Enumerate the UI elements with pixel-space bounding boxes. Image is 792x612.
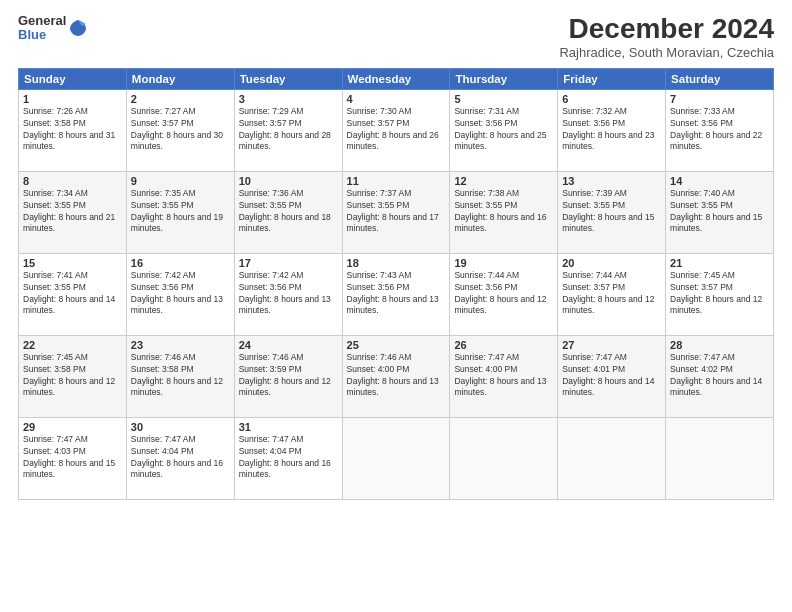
header-monday: Monday — [126, 68, 234, 89]
title-block: December 2024 Rajhradice, South Moravian… — [559, 14, 774, 60]
cell-content: Sunrise: 7:42 AMSunset: 3:56 PMDaylight:… — [239, 270, 331, 316]
cell-content: Sunrise: 7:29 AMSunset: 3:57 PMDaylight:… — [239, 106, 331, 152]
cell-content: Sunrise: 7:47 AMSunset: 4:04 PMDaylight:… — [239, 434, 331, 480]
page: General Blue December 2024 Rajhradice, S… — [0, 0, 792, 612]
calendar-header-row: SundayMondayTuesdayWednesdayThursdayFrid… — [19, 68, 774, 89]
cell-content: Sunrise: 7:46 AMSunset: 4:00 PMDaylight:… — [347, 352, 439, 398]
calendar-cell: 5Sunrise: 7:31 AMSunset: 3:56 PMDaylight… — [450, 89, 558, 171]
day-number: 14 — [670, 175, 769, 187]
calendar-cell: 11Sunrise: 7:37 AMSunset: 3:55 PMDayligh… — [342, 171, 450, 253]
day-number: 25 — [347, 339, 446, 351]
calendar-cell: 30Sunrise: 7:47 AMSunset: 4:04 PMDayligh… — [126, 417, 234, 499]
cell-content: Sunrise: 7:36 AMSunset: 3:55 PMDaylight:… — [239, 188, 331, 234]
cell-content: Sunrise: 7:44 AMSunset: 3:57 PMDaylight:… — [562, 270, 654, 316]
cell-content: Sunrise: 7:47 AMSunset: 4:01 PMDaylight:… — [562, 352, 654, 398]
day-number: 28 — [670, 339, 769, 351]
calendar-cell — [450, 417, 558, 499]
day-number: 10 — [239, 175, 338, 187]
week-row-2: 8Sunrise: 7:34 AMSunset: 3:55 PMDaylight… — [19, 171, 774, 253]
day-number: 26 — [454, 339, 553, 351]
cell-content: Sunrise: 7:37 AMSunset: 3:55 PMDaylight:… — [347, 188, 439, 234]
header-tuesday: Tuesday — [234, 68, 342, 89]
cell-content: Sunrise: 7:31 AMSunset: 3:56 PMDaylight:… — [454, 106, 546, 152]
cell-content: Sunrise: 7:43 AMSunset: 3:56 PMDaylight:… — [347, 270, 439, 316]
day-number: 15 — [23, 257, 122, 269]
calendar-cell: 22Sunrise: 7:45 AMSunset: 3:58 PMDayligh… — [19, 335, 127, 417]
cell-content: Sunrise: 7:47 AMSunset: 4:03 PMDaylight:… — [23, 434, 115, 480]
day-number: 7 — [670, 93, 769, 105]
day-number: 1 — [23, 93, 122, 105]
calendar-cell: 29Sunrise: 7:47 AMSunset: 4:03 PMDayligh… — [19, 417, 127, 499]
day-number: 29 — [23, 421, 122, 433]
header-saturday: Saturday — [666, 68, 774, 89]
cell-content: Sunrise: 7:40 AMSunset: 3:55 PMDaylight:… — [670, 188, 762, 234]
day-number: 24 — [239, 339, 338, 351]
cell-content: Sunrise: 7:35 AMSunset: 3:55 PMDaylight:… — [131, 188, 223, 234]
day-number: 31 — [239, 421, 338, 433]
logo-bird-icon — [69, 18, 87, 38]
calendar-cell: 7Sunrise: 7:33 AMSunset: 3:56 PMDaylight… — [666, 89, 774, 171]
calendar-cell: 24Sunrise: 7:46 AMSunset: 3:59 PMDayligh… — [234, 335, 342, 417]
calendar-cell: 8Sunrise: 7:34 AMSunset: 3:55 PMDaylight… — [19, 171, 127, 253]
calendar-cell: 6Sunrise: 7:32 AMSunset: 3:56 PMDaylight… — [558, 89, 666, 171]
calendar-cell: 31Sunrise: 7:47 AMSunset: 4:04 PMDayligh… — [234, 417, 342, 499]
cell-content: Sunrise: 7:47 AMSunset: 4:00 PMDaylight:… — [454, 352, 546, 398]
day-number: 3 — [239, 93, 338, 105]
cell-content: Sunrise: 7:26 AMSunset: 3:58 PMDaylight:… — [23, 106, 115, 152]
header: General Blue December 2024 Rajhradice, S… — [18, 14, 774, 60]
cell-content: Sunrise: 7:46 AMSunset: 3:59 PMDaylight:… — [239, 352, 331, 398]
calendar-cell: 15Sunrise: 7:41 AMSunset: 3:55 PMDayligh… — [19, 253, 127, 335]
logo-line1: General — [18, 14, 66, 28]
calendar-cell — [342, 417, 450, 499]
week-row-3: 15Sunrise: 7:41 AMSunset: 3:55 PMDayligh… — [19, 253, 774, 335]
calendar-cell: 23Sunrise: 7:46 AMSunset: 3:58 PMDayligh… — [126, 335, 234, 417]
calendar-cell: 18Sunrise: 7:43 AMSunset: 3:56 PMDayligh… — [342, 253, 450, 335]
calendar-cell: 10Sunrise: 7:36 AMSunset: 3:55 PMDayligh… — [234, 171, 342, 253]
logo: General Blue — [18, 14, 87, 43]
calendar-cell: 13Sunrise: 7:39 AMSunset: 3:55 PMDayligh… — [558, 171, 666, 253]
calendar-cell: 14Sunrise: 7:40 AMSunset: 3:55 PMDayligh… — [666, 171, 774, 253]
calendar-cell: 20Sunrise: 7:44 AMSunset: 3:57 PMDayligh… — [558, 253, 666, 335]
cell-content: Sunrise: 7:33 AMSunset: 3:56 PMDaylight:… — [670, 106, 762, 152]
cell-content: Sunrise: 7:30 AMSunset: 3:57 PMDaylight:… — [347, 106, 439, 152]
header-wednesday: Wednesday — [342, 68, 450, 89]
calendar-cell — [666, 417, 774, 499]
calendar-cell: 1Sunrise: 7:26 AMSunset: 3:58 PMDaylight… — [19, 89, 127, 171]
day-number: 22 — [23, 339, 122, 351]
calendar-cell: 12Sunrise: 7:38 AMSunset: 3:55 PMDayligh… — [450, 171, 558, 253]
cell-content: Sunrise: 7:32 AMSunset: 3:56 PMDaylight:… — [562, 106, 654, 152]
calendar-cell: 9Sunrise: 7:35 AMSunset: 3:55 PMDaylight… — [126, 171, 234, 253]
day-number: 4 — [347, 93, 446, 105]
cell-content: Sunrise: 7:44 AMSunset: 3:56 PMDaylight:… — [454, 270, 546, 316]
cell-content: Sunrise: 7:34 AMSunset: 3:55 PMDaylight:… — [23, 188, 115, 234]
logo-line2: Blue — [18, 28, 46, 42]
week-row-1: 1Sunrise: 7:26 AMSunset: 3:58 PMDaylight… — [19, 89, 774, 171]
cell-content: Sunrise: 7:47 AMSunset: 4:04 PMDaylight:… — [131, 434, 223, 480]
cell-content: Sunrise: 7:45 AMSunset: 3:57 PMDaylight:… — [670, 270, 762, 316]
day-number: 19 — [454, 257, 553, 269]
day-number: 12 — [454, 175, 553, 187]
cell-content: Sunrise: 7:47 AMSunset: 4:02 PMDaylight:… — [670, 352, 762, 398]
day-number: 2 — [131, 93, 230, 105]
day-number: 27 — [562, 339, 661, 351]
location: Rajhradice, South Moravian, Czechia — [559, 45, 774, 60]
cell-content: Sunrise: 7:41 AMSunset: 3:55 PMDaylight:… — [23, 270, 115, 316]
day-number: 11 — [347, 175, 446, 187]
day-number: 5 — [454, 93, 553, 105]
week-row-5: 29Sunrise: 7:47 AMSunset: 4:03 PMDayligh… — [19, 417, 774, 499]
calendar-cell — [558, 417, 666, 499]
day-number: 8 — [23, 175, 122, 187]
day-number: 6 — [562, 93, 661, 105]
day-number: 18 — [347, 257, 446, 269]
cell-content: Sunrise: 7:39 AMSunset: 3:55 PMDaylight:… — [562, 188, 654, 234]
calendar-cell: 28Sunrise: 7:47 AMSunset: 4:02 PMDayligh… — [666, 335, 774, 417]
calendar-cell: 21Sunrise: 7:45 AMSunset: 3:57 PMDayligh… — [666, 253, 774, 335]
calendar-cell: 2Sunrise: 7:27 AMSunset: 3:57 PMDaylight… — [126, 89, 234, 171]
header-thursday: Thursday — [450, 68, 558, 89]
calendar-cell: 26Sunrise: 7:47 AMSunset: 4:00 PMDayligh… — [450, 335, 558, 417]
day-number: 17 — [239, 257, 338, 269]
calendar-cell: 3Sunrise: 7:29 AMSunset: 3:57 PMDaylight… — [234, 89, 342, 171]
header-friday: Friday — [558, 68, 666, 89]
day-number: 13 — [562, 175, 661, 187]
header-sunday: Sunday — [19, 68, 127, 89]
